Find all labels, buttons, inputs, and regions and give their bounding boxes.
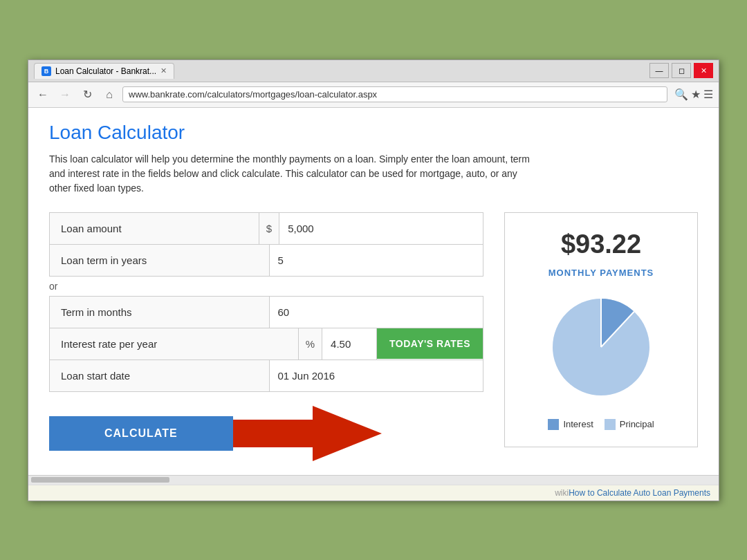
- nav-icons: 🔍 ★ ☰: [674, 88, 713, 101]
- title-bar: B Loan Calculator - Bankrat... ✕ — ◻ ✕: [28, 60, 719, 82]
- browser-window: B Loan Calculator - Bankrat... ✕ — ◻ ✕ ←…: [28, 59, 719, 501]
- calculator-layout: Loan amount $ Loan term in years or Term…: [49, 212, 698, 461]
- todays-rates-button[interactable]: TODAY'S RATES: [377, 328, 483, 359]
- loan-date-input[interactable]: [269, 360, 483, 391]
- loan-date-row: Loan start date: [49, 360, 483, 392]
- interest-rate-input[interactable]: [322, 328, 377, 360]
- wiki-prefix: wiki: [555, 488, 569, 498]
- loan-amount-prefix: $: [259, 213, 279, 244]
- tab-favicon: B: [42, 66, 51, 76]
- home-button[interactable]: ⌂: [100, 86, 118, 104]
- pie-chart-svg: [546, 292, 656, 402]
- close-button[interactable]: ✕: [694, 63, 713, 78]
- zoom-icon[interactable]: 🔍: [674, 88, 688, 101]
- minimize-button[interactable]: —: [649, 63, 669, 78]
- url-bar: [122, 86, 667, 102]
- principal-color-box: [605, 419, 616, 430]
- legend-interest: Interest: [548, 419, 593, 430]
- reload-button[interactable]: ↻: [78, 86, 96, 104]
- svg-marker-0: [230, 406, 382, 461]
- loan-term-input[interactable]: [269, 245, 483, 276]
- bookmark-icon[interactable]: ★: [691, 88, 701, 101]
- term-months-label: Term in months: [50, 297, 269, 328]
- wiki-footer: wiki How to Calculate Auto Loan Payments: [28, 485, 719, 501]
- loan-amount-row: Loan amount $: [49, 212, 483, 245]
- browser-tab[interactable]: B Loan Calculator - Bankrat... ✕: [34, 63, 174, 79]
- principal-label: Principal: [620, 419, 654, 429]
- result-panel: $93.22 MONTHLY PAYMENTS: [504, 212, 698, 447]
- loan-date-label: Loan start date: [50, 360, 269, 391]
- page-title: Loan Calculator: [49, 122, 698, 144]
- red-arrow-icon: [230, 406, 382, 461]
- nav-bar: ← → ↻ ⌂ 🔍 ★ ☰: [28, 82, 719, 108]
- term-months-input[interactable]: [269, 297, 483, 328]
- page-description: This loan calculator will help you deter…: [49, 152, 533, 196]
- bottom-scroll-thumb[interactable]: [31, 477, 169, 483]
- tab-close-icon[interactable]: ✕: [160, 66, 167, 75]
- chart-legend: Interest Principal: [548, 419, 654, 430]
- interest-rate-label: Interest rate per year: [50, 328, 298, 360]
- loan-term-label: Loan term in years: [50, 245, 269, 276]
- menu-icon[interactable]: ☰: [703, 88, 713, 101]
- or-separator: or: [49, 277, 483, 296]
- url-input[interactable]: [129, 89, 661, 100]
- monthly-payment-amount: $93.22: [561, 230, 641, 259]
- legend-principal: Principal: [605, 419, 654, 430]
- calculate-section: CALCULATE: [49, 406, 483, 461]
- monthly-payment-label: MONTHLY PAYMENTS: [548, 268, 654, 278]
- interest-label: Interest: [563, 419, 593, 429]
- pie-chart: [546, 292, 656, 402]
- interest-prefix: %: [298, 328, 322, 360]
- interest-rate-row: Interest rate per year % TODAY'S RATES: [49, 328, 483, 360]
- loan-term-row: Loan term in years: [49, 245, 483, 277]
- term-months-row: Term in months: [49, 296, 483, 328]
- forward-button[interactable]: →: [56, 86, 74, 104]
- tab-title: Loan Calculator - Bankrat...: [55, 66, 156, 76]
- loan-amount-input[interactable]: [279, 213, 483, 244]
- bottom-scrollbar[interactable]: [28, 475, 719, 485]
- back-button[interactable]: ←: [34, 86, 52, 104]
- restore-button[interactable]: ◻: [672, 63, 691, 78]
- page-content: Loan Calculator This loan calculator wil…: [28, 108, 719, 475]
- loan-amount-label: Loan amount: [50, 213, 259, 244]
- interest-color-box: [548, 419, 559, 430]
- calculate-button[interactable]: CALCULATE: [49, 416, 233, 451]
- form-section: Loan amount $ Loan term in years or Term…: [49, 212, 483, 461]
- window-controls: — ◻ ✕: [649, 63, 713, 78]
- wiki-link[interactable]: How to Calculate Auto Loan Payments: [569, 488, 710, 498]
